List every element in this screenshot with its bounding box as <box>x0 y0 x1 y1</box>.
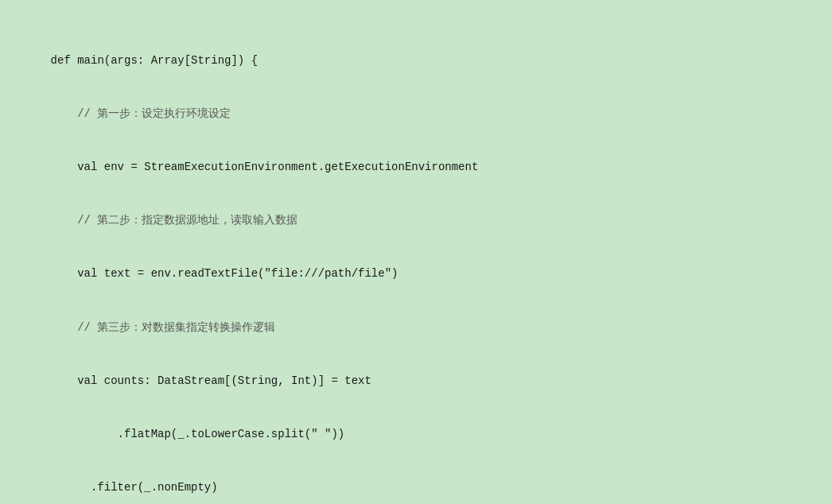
line-5: val text = env.readTextFile("file:///pat… <box>24 265 808 282</box>
line-2: // 第一步：设定执行环境设定 <box>24 105 808 122</box>
line-3: val env = StreamExecutionEnvironment.get… <box>24 158 808 176</box>
code-block: def main(args: Array[String]) { // 第一步：设… <box>24 16 808 504</box>
line-9: .filter(_.nonEmpty) <box>24 479 808 496</box>
line-4: // 第二步：指定数据源地址，读取输入数据 <box>24 211 808 229</box>
line-1: def main(args: Array[String]) { <box>24 52 808 69</box>
code-container: def main(args: Array[String]) { // 第一步：设… <box>0 0 832 504</box>
line-8: .flatMap(_.toLowerCase.split(" ")) <box>24 425 808 443</box>
line-7: val counts: DataStream[(String, Int)] = … <box>24 372 808 390</box>
line-6: // 第三步：对数据集指定转换操作逻辑 <box>24 319 808 336</box>
